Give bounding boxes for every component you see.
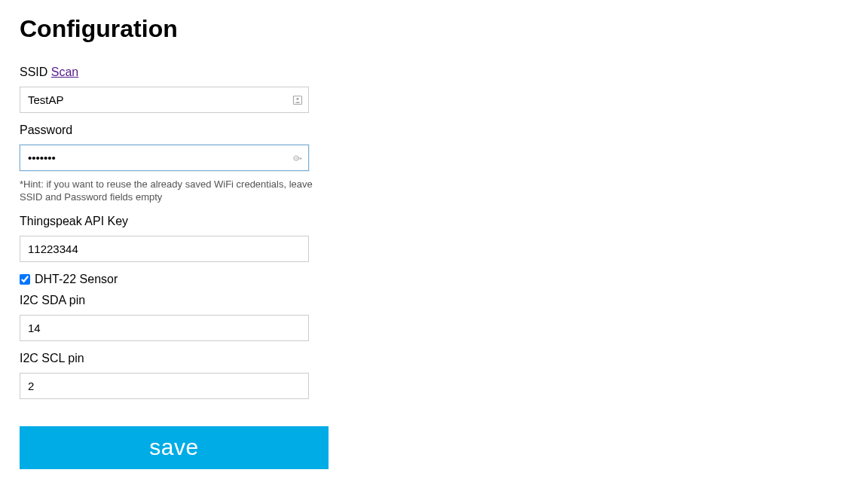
credentials-hint: *Hint: if you want to reuse the already … bbox=[20, 178, 321, 204]
dht22-checkbox[interactable] bbox=[20, 274, 30, 285]
save-button[interactable]: save bbox=[20, 426, 329, 469]
sda-label: I2C SDA pin bbox=[20, 294, 329, 307]
svg-point-3 bbox=[295, 157, 297, 159]
password-input[interactable] bbox=[20, 145, 309, 171]
scan-link[interactable]: Scan bbox=[51, 66, 78, 78]
ssid-label-row: SSID Scan bbox=[20, 66, 329, 79]
contact-card-icon bbox=[292, 95, 303, 105]
scl-input[interactable] bbox=[20, 373, 309, 399]
sda-input[interactable] bbox=[20, 315, 309, 341]
ssid-input[interactable] bbox=[20, 87, 309, 113]
svg-point-1 bbox=[296, 97, 298, 99]
page-title: Configuration bbox=[20, 15, 329, 43]
key-icon bbox=[292, 153, 303, 163]
apikey-input[interactable] bbox=[20, 236, 309, 262]
ssid-label: SSID bbox=[20, 66, 47, 78]
scl-label: I2C SCL pin bbox=[20, 352, 329, 365]
apikey-label: Thingspeak API Key bbox=[20, 215, 329, 228]
password-label: Password bbox=[20, 124, 329, 137]
dht22-label: DHT-22 Sensor bbox=[35, 273, 118, 286]
